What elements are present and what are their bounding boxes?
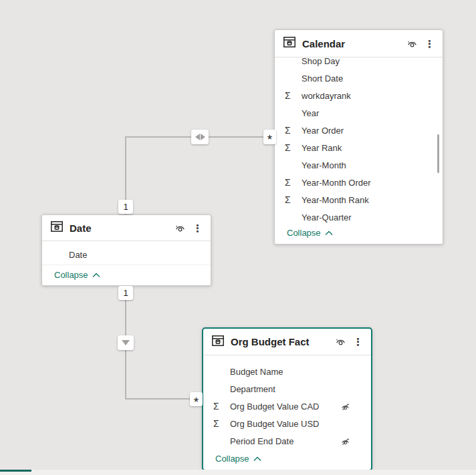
triangle-right-icon [201, 134, 205, 140]
calendar-scrollbar-thumb[interactable] [437, 134, 439, 173]
asterisk-label: * [267, 132, 272, 147]
table-title: Calendar [302, 38, 406, 49]
field-label: Year [302, 108, 319, 118]
table-card-date[interactable]: Date ⋮ Date Collapse [41, 214, 211, 286]
triangle-left-icon [195, 134, 200, 140]
asterisk-label: * [194, 395, 199, 410]
field-label: Period End Date [230, 436, 293, 446]
field-label: Date [69, 250, 87, 260]
field-label: Year-Quarter [302, 212, 352, 222]
sum-sigma-icon: Σ [213, 418, 230, 429]
visibility-eye-icon[interactable] [406, 38, 418, 49]
table-icon [50, 220, 64, 236]
date-collapse-link[interactable]: Collapse [42, 270, 211, 285]
table-card-org-budget-fact[interactable]: Org Budget Fact ⋮ Budget Name Department [202, 327, 372, 471]
model-view-canvas[interactable]: Calendar ⋮ Shop Day Short Date Σ [0, 0, 476, 475]
field-row[interactable]: Σ Year-Month Rank [275, 191, 443, 208]
calendar-field-list[interactable]: Shop Day Short Date Σ workdayrank Year Σ… [275, 57, 443, 228]
chevron-up-icon [92, 273, 100, 278]
field-label: Year-Month Rank [302, 195, 369, 205]
sum-sigma-icon: Σ [285, 177, 302, 188]
field-row[interactable]: Department [203, 380, 371, 398]
field-label: Year-Month [302, 160, 346, 170]
relationship-line-date-calendar[interactable] [126, 137, 274, 214]
single-direction-arrow-icon[interactable] [118, 335, 134, 350]
field-label: Shop Day [302, 57, 340, 66]
field-row[interactable]: Σ workdayrank [275, 87, 443, 104]
hidden-eye-icon[interactable] [340, 436, 350, 446]
field-row[interactable]: Σ Org Budget Value USD [203, 415, 371, 432]
table-title: Org Budget Fact [231, 336, 335, 347]
hidden-eye-icon[interactable] [340, 402, 350, 412]
field-label: Year-Month Order [302, 178, 371, 188]
field-label: Budget Name [230, 367, 283, 377]
field-label: Org Budget Value CAD [230, 402, 319, 412]
horizontal-scrollbar-thumb[interactable] [0, 470, 31, 472]
field-row[interactable]: Short Date [275, 69, 443, 87]
field-label: Short Date [302, 73, 343, 84]
visibility-eye-icon[interactable] [174, 222, 186, 234]
table-card-calendar[interactable]: Calendar ⋮ Shop Day Short Date Σ [274, 29, 443, 245]
field-row[interactable]: Period End Date [203, 432, 371, 450]
field-row[interactable]: Date [42, 245, 211, 265]
field-row[interactable]: Year-Month [275, 156, 443, 174]
field-row[interactable]: Year [275, 104, 443, 122]
field-label: workdayrank [302, 91, 351, 101]
sum-sigma-icon: Σ [285, 90, 302, 101]
org-field-list[interactable]: Budget Name Department Σ Org Budget Valu… [203, 355, 371, 454]
org-header[interactable]: Org Budget Fact ⋮ [203, 329, 371, 355]
field-label: Department [230, 384, 275, 394]
collapse-label: Collapse [215, 454, 249, 464]
cardinality-many-org[interactable]: * [190, 392, 203, 406]
collapse-label: Collapse [287, 228, 321, 238]
date-header[interactable]: Date ⋮ [42, 215, 211, 241]
field-row[interactable]: Shop Day [275, 57, 443, 69]
sum-sigma-icon: Σ [285, 142, 302, 153]
field-row[interactable]: Year-Quarter [275, 208, 443, 226]
calendar-header[interactable]: Calendar ⋮ [275, 30, 443, 57]
sum-sigma-icon: Σ [285, 125, 302, 136]
date-field-list[interactable]: Date [42, 241, 211, 270]
cardinality-one-date-calendar[interactable]: 1 [118, 200, 133, 214]
chevron-up-icon [325, 230, 333, 236]
more-options-icon[interactable]: ⋮ [425, 39, 435, 49]
field-row[interactable]: Budget Name [203, 363, 371, 380]
table-icon [283, 35, 296, 51]
chevron-up-icon [253, 456, 261, 462]
relationship-line-date-orgbudgetfact[interactable] [126, 286, 202, 399]
table-icon [211, 334, 225, 350]
horizontal-scrollbar-track[interactable] [0, 470, 476, 475]
more-options-icon[interactable]: ⋮ [353, 337, 363, 347]
table-title: Date [70, 222, 174, 234]
cardinality-one-date-org[interactable]: 1 [118, 286, 133, 300]
triangle-down-icon [122, 340, 130, 345]
visibility-eye-icon[interactable] [335, 336, 346, 347]
field-row[interactable]: Σ Year-Month Order [275, 174, 443, 191]
field-row[interactable]: Σ Year Order [275, 122, 443, 139]
cardinality-many-calendar[interactable]: * [263, 130, 276, 144]
field-row[interactable]: Σ Year Rank [275, 139, 443, 156]
field-row[interactable]: Σ Org Budget Value CAD [203, 398, 371, 415]
org-collapse-link[interactable]: Collapse [203, 454, 371, 470]
collapse-label: Collapse [54, 270, 88, 280]
field-label: Year Order [302, 126, 344, 136]
field-label: Org Budget Value USD [230, 419, 319, 429]
sum-sigma-icon: Σ [285, 194, 302, 205]
bidirectional-filter-icon[interactable] [191, 130, 209, 144]
more-options-icon[interactable]: ⋮ [193, 223, 203, 233]
calendar-collapse-link[interactable]: Collapse [275, 228, 443, 244]
field-label: Year Rank [302, 143, 342, 153]
sum-sigma-icon: Σ [213, 401, 230, 412]
